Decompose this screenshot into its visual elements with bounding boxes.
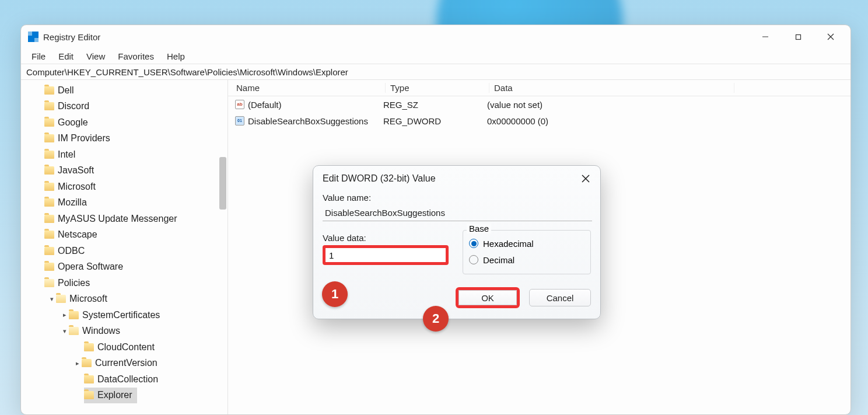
value-name-label: Value name: (323, 193, 591, 203)
value-name-field[interactable] (323, 205, 592, 221)
folder-icon (69, 311, 79, 319)
tree-item-mozilla[interactable]: Mozilla (21, 195, 228, 211)
tree-item-odbc[interactable]: ODBC (21, 243, 228, 259)
dialog-titlebar[interactable]: Edit DWORD (32-bit) Value (313, 166, 600, 191)
tree-item-label: MyASUS Update Messenger (58, 214, 177, 224)
tree-item-opera-software[interactable]: Opera Software (21, 259, 228, 275)
col-header-type[interactable]: Type (386, 83, 489, 93)
folder-icon (44, 118, 54, 127)
radio-hexadecimal[interactable]: Hexadecimal (469, 235, 584, 252)
base-groupbox: Base Hexadecimal Decimal (463, 230, 591, 274)
ok-button[interactable]: OK (459, 290, 517, 305)
tree-item-microsoft[interactable]: Microsoft (21, 179, 228, 195)
tree-item-label: DataCollection (97, 374, 158, 385)
tree-item-windows[interactable]: ▾Windows (21, 323, 228, 340)
tree-item-label: CloudContent (97, 342, 155, 353)
tree-item-policies[interactable]: Policies (21, 275, 228, 291)
annotation-callout-1: 1 (322, 281, 348, 307)
maximize-button[interactable] (782, 25, 814, 48)
tree-item-label: Mozilla (58, 197, 87, 208)
col-header-name[interactable]: Name (228, 83, 386, 93)
value-name: (Default) (248, 100, 282, 110)
cancel-button[interactable]: Cancel (529, 289, 591, 306)
folder-icon (82, 359, 92, 367)
tree-item-label: Dell (58, 85, 74, 96)
address-bar[interactable]: Computer\HKEY_CURRENT_USER\Software\Poli… (21, 64, 850, 80)
menu-help[interactable]: Help (161, 50, 191, 62)
folder-icon (44, 86, 54, 95)
folder-icon (44, 279, 54, 287)
chevron-right-icon[interactable]: ▸ (61, 311, 69, 319)
folder-icon (44, 183, 54, 191)
folder-icon (44, 198, 54, 207)
tree-item-netscape[interactable]: Netscape (21, 227, 228, 243)
folder-icon (44, 134, 54, 142)
window-controls (749, 25, 847, 48)
tree-item-dell[interactable]: Dell (21, 82, 228, 99)
radio-icon (469, 255, 478, 264)
folder-icon (56, 295, 66, 303)
tree-item-explorer[interactable]: Explorer (21, 388, 228, 404)
dialog-title-text: Edit DWORD (32-bit) Value (323, 173, 436, 184)
folder-icon (44, 263, 54, 271)
menu-file[interactable]: File (26, 50, 51, 62)
folder-icon (84, 375, 94, 383)
tree-item-javasoft[interactable]: JavaSoft (21, 163, 228, 179)
radio-decimal[interactable]: Decimal (469, 252, 584, 268)
menubar: File Edit View Favorites Help (21, 48, 850, 64)
address-text: Computer\HKEY_CURRENT_USER\Software\Poli… (26, 67, 348, 77)
col-header-data[interactable]: Data (489, 83, 734, 93)
close-button[interactable] (814, 25, 847, 48)
folder-icon (44, 102, 54, 110)
menu-view[interactable]: View (80, 50, 111, 62)
tree-item-label: Google (58, 117, 88, 128)
tree-item-myasus-update-messenger[interactable]: MyASUS Update Messenger (21, 211, 228, 227)
window-title: Registry Editor (43, 32, 100, 42)
tree-item-label: IM Providers (58, 133, 110, 144)
tree-pane: DellDiscordGoogleIM ProvidersIntelJavaSo… (21, 80, 228, 414)
folder-icon (69, 327, 79, 335)
folder-icon (44, 151, 54, 159)
folder-icon (44, 215, 54, 223)
tree-item-microsoft[interactable]: ▾Microsoft (21, 291, 228, 308)
list-header[interactable]: Name Type Data (228, 80, 850, 96)
minimize-button[interactable] (749, 25, 782, 48)
chevron-down-icon[interactable]: ▾ (61, 327, 69, 335)
value-row[interactable]: ab(Default)REG_SZ(value not set) (228, 96, 850, 113)
menu-favorites[interactable]: Favorites (112, 50, 160, 62)
value-name: DisableSearchBoxSuggestions (248, 116, 368, 126)
base-legend: Base (467, 224, 491, 233)
ok-button-highlight: OK (456, 287, 520, 308)
tree-item-im-providers[interactable]: IM Providers (21, 131, 228, 147)
chevron-right-icon[interactable]: ▸ (74, 360, 82, 367)
value-row[interactable]: 01DisableSearchBoxSuggestionsREG_DWORD0x… (228, 113, 850, 129)
tree-item-datacollection[interactable]: DataCollection (21, 371, 228, 388)
tree-item-cloudcontent[interactable]: CloudContent (21, 339, 228, 355)
titlebar[interactable]: Registry Editor (21, 25, 850, 48)
tree-item-discord[interactable]: Discord (21, 99, 228, 115)
tree-item-label: SystemCertificates (82, 310, 160, 320)
chevron-down-icon[interactable]: ▾ (48, 295, 56, 303)
tree-item-label: Windows (82, 326, 120, 336)
folder-icon (44, 231, 54, 239)
radio-icon (469, 239, 478, 248)
tree-item-label: CurrentVersion (95, 358, 158, 368)
tree-item-label: Discord (58, 101, 89, 111)
menu-edit[interactable]: Edit (52, 50, 79, 62)
svg-rect-1 (796, 34, 800, 39)
tree-item-intel[interactable]: Intel (21, 147, 228, 163)
tree-item-label: Intel (58, 149, 75, 160)
value-type: REG_SZ (379, 100, 482, 110)
folder-icon (84, 391, 94, 399)
tree-item-currentversion[interactable]: ▸CurrentVersion (21, 355, 228, 372)
dialog-close-button[interactable] (577, 170, 594, 187)
tree-item-google[interactable]: Google (21, 114, 228, 131)
tree-item-systemcertificates[interactable]: ▸SystemCertificates (21, 307, 228, 323)
radio-hex-label: Hexadecimal (483, 239, 534, 249)
value-data-field[interactable] (326, 248, 446, 262)
value-type: REG_DWORD (379, 116, 482, 126)
value-data: 0x00000000 (0) (482, 116, 850, 126)
app-icon (28, 32, 38, 42)
annotation-callout-2: 2 (423, 306, 449, 332)
folder-icon (44, 247, 54, 255)
